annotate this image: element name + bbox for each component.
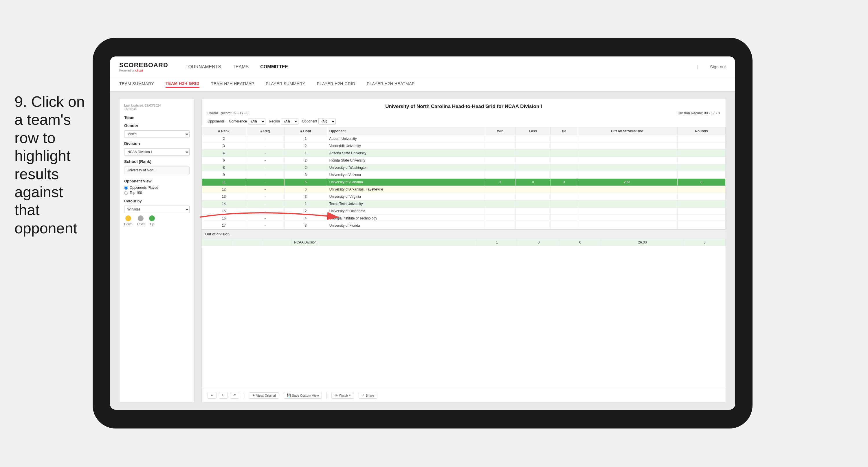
opponent-label: Opponent [302, 119, 317, 123]
table-row[interactable]: 3-2Vanderbilt University [202, 142, 725, 150]
division-label: Division [124, 141, 190, 146]
save-label: Save Custom View [292, 394, 319, 397]
legend-dot-up [149, 215, 155, 221]
nav-links: TOURNAMENTS TEAMS COMMITTEE [186, 64, 686, 69]
filter-opponent: Opponent (All) [302, 118, 336, 124]
colour-by-select[interactable]: Win/loss [124, 206, 190, 213]
logo: SCOREBOARD Powered by clippi [119, 61, 168, 72]
opponent-view-label: Opponent View [124, 179, 190, 183]
nav-committee[interactable]: COMMITTEE [260, 64, 288, 69]
table-body: 2-1Auburn University3-2Vanderbilt Univer… [202, 135, 725, 229]
col-reg: # Reg [246, 127, 284, 135]
table-row[interactable]: 14-1Texas Tech University [202, 200, 725, 208]
col-diff: Diff Av Strokes/Rnd [577, 127, 678, 135]
toolbar-divider-2 [327, 392, 327, 399]
ood-label: NCAA Division II [291, 239, 476, 246]
region-select[interactable]: (All) [281, 118, 299, 124]
logo-powered: Powered by clippi [119, 69, 168, 72]
out-of-division-row[interactable]: NCAA Division II 1 0 0 26.00 3 [202, 239, 725, 246]
school-rank-box[interactable]: University of Nort... [124, 166, 190, 174]
share-button[interactable]: ↗ Share [359, 392, 377, 399]
tablet-screen: SCOREBOARD Powered by clippi TOURNAMENTS… [110, 56, 735, 410]
radio-opponents-played[interactable]: Opponents Played [124, 185, 190, 189]
table-row[interactable]: 4-1Arizona State University [202, 150, 725, 157]
opponent-select[interactable]: (All) [318, 118, 336, 124]
nav-tournaments[interactable]: TOURNAMENTS [186, 64, 221, 69]
grid-header: University of North Carolina Head-to-Hea… [202, 99, 725, 127]
watch-label: Watch [339, 394, 348, 397]
table-row[interactable]: 9-3University of Arizona [202, 171, 725, 179]
radio-top100[interactable]: Top 100 [124, 191, 190, 195]
legend-label-level: Level [137, 222, 145, 226]
table-row[interactable]: 8-2University of Washington [202, 164, 725, 171]
table-row[interactable]: 12-6University of Arkansas, Fayetteville [202, 186, 725, 193]
bottom-toolbar: ↩ ↻ ↶ 👁 View: Original 💾 Save Custom Vie… [202, 388, 725, 403]
ood-loss: 0 [518, 239, 559, 246]
grid-title: University of North Carolina Head-to-Hea… [208, 104, 720, 110]
h2h-table: # Rank # Reg # Conf Opponent Win Loss Ti… [202, 127, 725, 229]
view-label: View: Original [256, 394, 276, 397]
filter-conference: Conference (All) [229, 118, 266, 124]
overall-record: Overall Record: 89 - 17 - 0 [208, 111, 248, 115]
instruction-content: 9. Click on a team's row to highlight re… [14, 93, 85, 237]
ood-tie: 0 [559, 239, 601, 246]
conference-label: Conference [229, 119, 247, 123]
legend-label-down: Down [124, 222, 132, 226]
table-header-row: # Rank # Reg # Conf Opponent Win Loss Ti… [202, 127, 725, 135]
toolbar-divider-1 [244, 392, 244, 399]
instruction-text: 9. Click on a team's row to highlight re… [14, 93, 90, 237]
back-button[interactable]: ↶ [230, 392, 239, 399]
out-of-division-table: NCAA Division II 1 0 0 26.00 3 [202, 239, 725, 246]
opponents-label: Opponents: [208, 119, 225, 123]
ood-win: 1 [476, 239, 518, 246]
watch-button[interactable]: 👁 Watch ▾ [332, 392, 354, 399]
legend-label-up: Up [150, 222, 154, 226]
ood-rank [202, 239, 232, 246]
table-row[interactable]: 2-1Auburn University [202, 135, 725, 142]
sign-out-link[interactable]: Sign out [710, 64, 726, 69]
col-conf: # Conf [284, 127, 327, 135]
filter-region: Region (All) [269, 118, 299, 124]
sub-nav-player-h2h-grid[interactable]: PLAYER H2H GRID [317, 81, 355, 87]
ood-diff: 26.00 [601, 239, 684, 246]
top-nav: SCOREBOARD Powered by clippi TOURNAMENTS… [110, 56, 735, 77]
grid-records: Overall Record: 89 - 17 - 0 Division Rec… [208, 111, 720, 115]
conference-select[interactable]: (All) [248, 118, 266, 124]
region-label: Region [269, 119, 280, 123]
table-row[interactable]: 11-5University of Alabama3002.618 [202, 179, 725, 186]
sub-nav-team-h2h-heatmap[interactable]: TEAM H2H HEATMAP [211, 81, 254, 87]
table-row[interactable]: 15-2University of Oklahoma [202, 208, 725, 215]
sub-nav-team-summary[interactable]: TEAM SUMMARY [119, 81, 154, 87]
sub-nav-team-h2h-grid[interactable]: TEAM H2H GRID [165, 81, 199, 88]
col-rounds: Rounds [677, 127, 725, 135]
share-label: Share [366, 394, 374, 397]
filter-row: Opponents: Conference (All) Region (All) [208, 118, 720, 124]
logo-scoreboard: SCOREBOARD [119, 61, 168, 69]
legend-up: Up [149, 215, 155, 226]
undo-button[interactable]: ↩ [208, 392, 216, 399]
table-row[interactable]: 13-3University of Virginia [202, 193, 725, 200]
legend-level: Level [137, 215, 145, 226]
redo-button[interactable]: ↻ [219, 392, 228, 399]
watch-dropdown-icon: ▾ [349, 393, 351, 397]
view-original-button[interactable]: 👁 View: Original [249, 392, 279, 399]
gender-label: Gender [124, 123, 190, 128]
sub-nav-player-summary[interactable]: PLAYER SUMMARY [266, 81, 305, 87]
table-row[interactable]: 16-4Georgia Institute of Technology [202, 215, 725, 222]
legend-down: Down [124, 215, 132, 226]
ood-rounds: 3 [684, 239, 725, 246]
left-panel: Last Updated: 27/03/2024 16:55:38 Team G… [119, 99, 194, 403]
sub-nav-player-h2h-heatmap[interactable]: PLAYER H2H HEATMAP [367, 81, 415, 87]
legend: Down Level Up [124, 215, 190, 226]
sub-nav: TEAM SUMMARY TEAM H2H GRID TEAM H2H HEAT… [110, 77, 735, 92]
table-row[interactable]: 6-2Florida State University [202, 157, 725, 164]
last-updated: Last Updated: 27/03/2024 16:55:38 [124, 104, 190, 111]
table-row[interactable]: 17-3University of Florida [202, 222, 725, 229]
colour-by-label: Colour by [124, 199, 190, 203]
gender-select[interactable]: Men's [124, 130, 190, 138]
division-select[interactable]: NCAA Division I [124, 148, 190, 156]
nav-teams[interactable]: TEAMS [233, 64, 249, 69]
toolbar-undo-group: ↩ ↻ ↶ [208, 392, 239, 399]
save-custom-button[interactable]: 💾 Save Custom View [284, 392, 322, 399]
out-of-division-header: Out of division [202, 229, 725, 239]
